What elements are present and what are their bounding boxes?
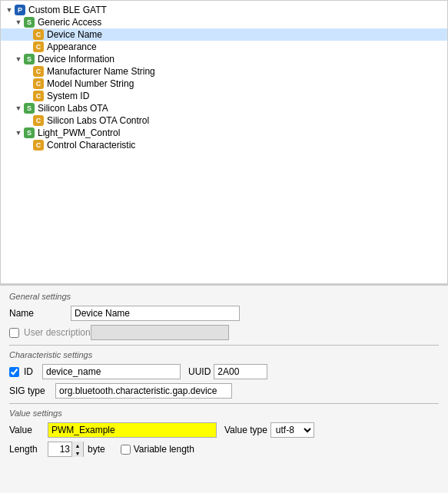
appearance-label: Appearance	[47, 41, 97, 52]
badge-appearance: C	[33, 41, 44, 52]
value-label: Value	[9, 425, 48, 435]
length-label: Length	[9, 444, 48, 455]
uuid-label: UUID	[188, 366, 211, 377]
badge-ota-control: C	[33, 115, 44, 126]
root-label: Custom BLE GATT	[28, 5, 107, 15]
tree-item-generic-access[interactable]: ▼ S Generic Access	[1, 16, 447, 28]
value-type-select[interactable]: utf-8 utf-16 hex int	[270, 422, 314, 438]
sig-input[interactable]	[55, 383, 232, 399]
id-row: ID UUID	[9, 364, 439, 379]
device-information-label: Device Information	[38, 54, 114, 65]
tree-item-light-pwm[interactable]: ▼ S Light_PWM_Control	[1, 127, 447, 139]
length-spinner: ▲ ▼	[48, 442, 84, 457]
settings-panel: General settings Name User description C…	[0, 284, 448, 493]
tree-item-device-information[interactable]: ▼ S Device Information	[1, 53, 447, 65]
variable-label: Variable length	[134, 444, 194, 455]
id-label: ID	[24, 366, 42, 377]
value-settings-title: Value settings	[9, 409, 439, 418]
value-input[interactable]	[48, 422, 217, 438]
length-row: Length ▲ ▼ byte Variable length	[9, 442, 439, 457]
name-input[interactable]	[71, 306, 240, 321]
expand-device-info-icon[interactable]: ▼	[13, 54, 24, 65]
tree-item-appearance[interactable]: C Appearance	[1, 41, 447, 53]
spinner-up-button[interactable]: ▲	[72, 442, 83, 449]
device-name-label: Device Name	[47, 29, 102, 40]
spinner-down-button[interactable]: ▼	[72, 449, 83, 457]
tree-item-ota-control[interactable]: C Silicon Labs OTA Control	[1, 114, 447, 127]
badge-control-char: C	[33, 140, 44, 151]
value-row: Value Value type utf-8 utf-16 hex int	[9, 422, 439, 438]
badge-ota: S	[24, 103, 35, 114]
tree-item-control-char[interactable]: C Control Characteristic	[1, 139, 447, 151]
tree-root[interactable]: ▼ P Custom BLE GATT	[1, 4, 447, 16]
tree-item-manufacturer[interactable]: C Manufacturer Name String	[1, 65, 447, 78]
divider-2	[9, 403, 439, 404]
value-type-label: Value type	[224, 425, 267, 435]
sig-row: SIG type	[9, 383, 439, 399]
badge-device-name: C	[33, 29, 44, 40]
ota-control-label: Silicon Labs OTA Control	[47, 115, 149, 126]
control-char-label: Control Characteristic	[47, 140, 135, 151]
expand-generic-access-icon[interactable]: ▼	[13, 17, 24, 28]
model-number-label: Model Number String	[47, 78, 134, 89]
badge-system-id: C	[33, 91, 44, 101]
tree-item-silicon-labs-ota[interactable]: ▼ S Silicon Labs OTA	[1, 102, 447, 114]
badge-model-number: C	[33, 78, 44, 89]
uuid-input[interactable]	[214, 364, 267, 379]
badge-root: P	[15, 5, 25, 15]
badge-device-information: S	[24, 54, 35, 65]
system-id-label: System ID	[47, 91, 89, 101]
id-input[interactable]	[42, 364, 181, 379]
manufacturer-label: Manufacturer Name String	[47, 66, 155, 77]
badge-manufacturer: C	[33, 66, 44, 77]
tree-item-device-name[interactable]: C Device Name	[1, 28, 447, 41]
byte-label: byte	[88, 444, 105, 455]
variable-row: Variable length	[121, 444, 194, 455]
expand-root-icon[interactable]: ▼	[4, 5, 15, 15]
length-input[interactable]	[48, 442, 71, 456]
pwm-label: Light_PWM_Control	[38, 127, 120, 138]
name-label: Name	[9, 308, 71, 319]
user-desc-label: User description	[24, 327, 91, 338]
main-container: ▼ P Custom BLE GATT ▼ S Generic Access C…	[0, 0, 448, 493]
general-settings-title: General settings	[9, 292, 439, 301]
char-settings-title: Characteristic settings	[9, 350, 439, 359]
divider-1	[9, 345, 439, 346]
variable-checkbox[interactable]	[121, 445, 131, 455]
expand-ota-icon[interactable]: ▼	[13, 103, 24, 114]
user-desc-row: User description	[9, 325, 439, 340]
tree-panel: ▼ P Custom BLE GATT ▼ S Generic Access C…	[0, 0, 448, 284]
badge-generic-access: S	[24, 17, 35, 28]
sig-label: SIG type	[9, 385, 55, 396]
user-desc-input	[91, 325, 229, 340]
spinner-buttons: ▲ ▼	[71, 442, 83, 457]
tree-item-system-id[interactable]: C System ID	[1, 90, 447, 102]
user-desc-checkbox[interactable]	[9, 328, 19, 338]
ota-label: Silicon Labs OTA	[38, 103, 108, 114]
badge-pwm: S	[24, 127, 35, 138]
expand-pwm-icon[interactable]: ▼	[13, 127, 24, 138]
name-row: Name	[9, 306, 439, 321]
tree-item-model-number[interactable]: C Model Number String	[1, 78, 447, 90]
id-checkbox[interactable]	[9, 367, 19, 377]
generic-access-label: Generic Access	[38, 17, 101, 28]
